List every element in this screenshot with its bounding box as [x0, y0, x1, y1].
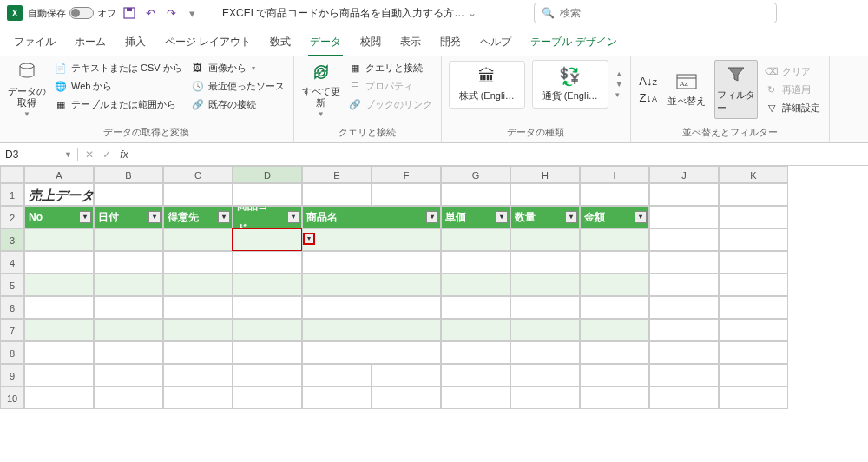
row-header[interactable]: 2 — [0, 206, 24, 228]
currency-data-type-button[interactable]: 💱 通貨 (Engli… — [532, 60, 608, 109]
tab-formulas[interactable]: 数式 — [268, 31, 293, 56]
cell[interactable] — [233, 341, 302, 364]
filter-button[interactable]: フィルター — [714, 60, 758, 119]
cell[interactable] — [719, 364, 788, 386]
filter-dropdown-button[interactable]: ▾ — [426, 211, 438, 223]
cell[interactable] — [24, 228, 94, 251]
table-header-cell[interactable]: 金額▾ — [580, 206, 649, 228]
cell[interactable] — [441, 228, 510, 251]
formula-input[interactable] — [135, 143, 868, 165]
fx-button[interactable]: fx — [116, 148, 132, 161]
filter-dropdown-button[interactable]: ▾ — [496, 211, 508, 223]
cell[interactable] — [163, 319, 233, 341]
cell[interactable] — [372, 386, 441, 409]
search-box[interactable]: 🔍 — [534, 3, 777, 23]
tab-insert[interactable]: 挿入 — [123, 31, 148, 56]
enter-formula-button[interactable]: ✓ — [99, 148, 115, 161]
cell[interactable] — [719, 319, 788, 341]
cell[interactable] — [94, 364, 163, 386]
table-header-cell[interactable]: 商品名▾ — [302, 206, 441, 228]
filter-dropdown-button[interactable]: ▾ — [79, 211, 91, 223]
tab-data[interactable]: データ — [308, 31, 343, 56]
existing-connections-button[interactable]: 🔗既存の接続 — [189, 96, 286, 112]
tab-view[interactable]: 表示 — [398, 31, 423, 56]
redo-icon[interactable]: ↷ — [163, 5, 179, 21]
qat-customize-icon[interactable]: ▾ — [184, 5, 200, 21]
filter-dropdown-button[interactable]: ▾ — [218, 211, 230, 223]
row-header[interactable]: 6 — [0, 296, 24, 319]
row-header[interactable]: 5 — [0, 274, 24, 296]
cell[interactable] — [302, 228, 441, 251]
tab-review[interactable]: 校閲 — [358, 31, 383, 56]
row-header[interactable]: 3 — [0, 228, 24, 251]
cell[interactable] — [649, 386, 719, 409]
row-header[interactable]: 10 — [0, 386, 24, 409]
cell[interactable] — [163, 296, 233, 319]
tab-page-layout[interactable]: ページ レイアウト — [163, 31, 253, 56]
row-header[interactable]: 1 — [0, 183, 24, 206]
cell[interactable] — [302, 341, 441, 364]
cell[interactable] — [580, 364, 649, 386]
workbook-links-button[interactable]: 🔗ブックのリンク — [346, 96, 434, 112]
select-all-corner[interactable] — [0, 166, 24, 183]
cell[interactable] — [302, 319, 441, 341]
cell[interactable] — [441, 386, 510, 409]
scroll-up-icon[interactable]: ▲ — [615, 69, 623, 78]
cell[interactable] — [233, 296, 302, 319]
table-header-cell[interactable]: 日付▾ — [94, 206, 163, 228]
cell[interactable] — [163, 386, 233, 409]
cell[interactable] — [163, 274, 233, 296]
cell[interactable] — [441, 274, 510, 296]
cell[interactable] — [649, 364, 719, 386]
column-header[interactable]: A — [24, 166, 94, 183]
cell[interactable] — [580, 228, 649, 251]
cell[interactable] — [580, 296, 649, 319]
column-header[interactable]: I — [580, 166, 649, 183]
cell[interactable] — [719, 274, 788, 296]
row-header[interactable]: 7 — [0, 319, 24, 341]
cell[interactable] — [302, 183, 372, 206]
from-image-button[interactable]: 🖼画像から▾ — [189, 60, 286, 76]
cell[interactable] — [649, 296, 719, 319]
save-icon[interactable] — [122, 5, 137, 21]
cell[interactable] — [24, 296, 94, 319]
cell[interactable] — [719, 296, 788, 319]
scroll-down-icon[interactable]: ▼ — [615, 80, 623, 89]
cell[interactable] — [580, 274, 649, 296]
name-box[interactable]: D3 ▼ — [0, 148, 78, 161]
cell[interactable] — [510, 274, 580, 296]
cell[interactable] — [719, 341, 788, 364]
from-web-button[interactable]: 🌐Web から — [52, 78, 184, 94]
cell[interactable] — [719, 206, 788, 228]
cell[interactable] — [24, 364, 94, 386]
filter-dropdown-button[interactable]: ▾ — [303, 233, 315, 245]
cell[interactable] — [649, 341, 719, 364]
cell[interactable] — [719, 386, 788, 409]
cell[interactable] — [441, 296, 510, 319]
cell[interactable] — [24, 319, 94, 341]
table-header-cell[interactable]: 商品コード▾ — [233, 206, 302, 228]
row-header[interactable]: 9 — [0, 364, 24, 386]
cell[interactable] — [649, 319, 719, 341]
column-header[interactable]: K — [719, 166, 788, 183]
search-input[interactable] — [560, 7, 769, 19]
cell[interactable] — [719, 183, 788, 206]
cell[interactable] — [233, 386, 302, 409]
stocks-data-type-button[interactable]: 🏛 株式 (Engli… — [449, 61, 525, 109]
cell[interactable]: 売上データ — [24, 183, 94, 206]
cell[interactable] — [580, 251, 649, 274]
cell[interactable] — [233, 364, 302, 386]
autosave-toggle[interactable]: 自動保存 オフ — [28, 7, 116, 20]
column-header[interactable]: F — [372, 166, 441, 183]
cell[interactable] — [302, 274, 441, 296]
cell[interactable] — [163, 341, 233, 364]
column-header[interactable]: E — [302, 166, 372, 183]
table-header-cell[interactable]: 単価▾ — [441, 206, 510, 228]
cell[interactable] — [302, 364, 372, 386]
chevron-down-icon[interactable]: ⌄ — [468, 7, 477, 19]
tab-table-design[interactable]: テーブル デザイン — [529, 31, 618, 56]
cell[interactable] — [580, 319, 649, 341]
cell[interactable] — [441, 319, 510, 341]
cell[interactable] — [441, 364, 510, 386]
cell[interactable] — [649, 251, 719, 274]
